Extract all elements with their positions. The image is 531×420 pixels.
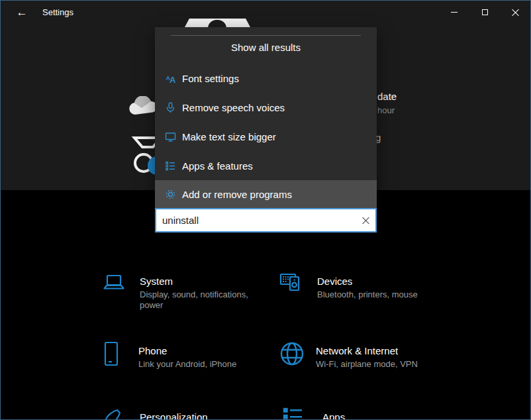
- search-box: [155, 208, 377, 233]
- back-button[interactable]: ←: [7, 1, 36, 25]
- show-all-results-link[interactable]: Show all results: [155, 42, 377, 53]
- tile-devices[interactable]: Devices Bluetooth, printers, mouse: [279, 269, 443, 300]
- tile-title: Personalization: [140, 411, 208, 420]
- background-text-fragment: date: [377, 91, 397, 102]
- tile-title: Phone: [138, 344, 258, 358]
- titlebar: ← Settings: [1, 1, 530, 25]
- suggestion-label: Add or remove programs: [182, 189, 292, 200]
- background-text-fragment: hour: [377, 105, 395, 115]
- tile-apps[interactable]: Apps: [281, 406, 345, 420]
- display-icon: [165, 131, 176, 142]
- back-arrow-icon: ←: [17, 6, 28, 19]
- suggestion-label: Make text size bigger: [182, 131, 276, 142]
- suggestion-font-settings[interactable]: AA Font settings: [155, 64, 377, 93]
- tile-subtitle: Wi-Fi, airplane mode, VPN: [316, 359, 442, 370]
- gear-icon: [165, 189, 176, 200]
- settings-window: { "window": { "title": "Settings" }, "dr…: [0, 0, 531, 420]
- minimize-button[interactable]: [439, 1, 469, 24]
- tile-title: Network & Internet: [316, 344, 442, 358]
- phone-icon: [101, 341, 121, 368]
- tile-network-internet[interactable]: Network & Internet Wi-Fi, airplane mode,…: [279, 341, 442, 370]
- tile-title: Devices: [317, 275, 443, 288]
- tile-phone[interactable]: Phone Link your Android, iPhone: [101, 341, 258, 370]
- maximize-button[interactable]: [469, 1, 500, 24]
- apps-list-icon: [165, 160, 176, 172]
- suggestion-apps-and-features[interactable]: Apps & features: [155, 151, 377, 180]
- laptop-icon: [101, 271, 126, 296]
- microphone-icon: [165, 102, 176, 113]
- tile-personalization[interactable]: Personalization: [99, 406, 208, 420]
- suggestion-label: Font settings: [182, 73, 239, 84]
- suggestion-add-or-remove-programs[interactable]: Add or remove programs: [155, 180, 377, 208]
- personalization-icon: [99, 406, 124, 420]
- window-title: Settings: [42, 7, 73, 17]
- tile-subtitle: Display, sound, notifications, power: [140, 289, 251, 311]
- font-icon: AA: [165, 73, 176, 84]
- tile-subtitle: Bluetooth, printers, mouse: [317, 289, 443, 300]
- suggestion-label: Remove speech voices: [182, 102, 285, 113]
- tile-title: Apps: [322, 411, 345, 420]
- close-icon: [512, 9, 519, 16]
- search-input[interactable]: [156, 215, 356, 226]
- globe-icon: [279, 341, 305, 367]
- suggestion-label: Apps & features: [182, 160, 253, 172]
- apps-icon: [281, 406, 307, 420]
- close-button[interactable]: [500, 1, 530, 24]
- minimize-icon: [451, 12, 458, 13]
- search-suggestions-dropdown: Show all results AA Font settings Remove…: [155, 27, 377, 208]
- close-icon: [362, 217, 369, 224]
- devices-icon: [279, 269, 307, 297]
- maximize-icon: [482, 9, 488, 15]
- suggestion-remove-speech-voices[interactable]: Remove speech voices: [155, 93, 377, 122]
- tile-system[interactable]: System Display, sound, notifications, po…: [101, 271, 251, 311]
- dropdown-divider: [171, 35, 361, 36]
- tile-title: System: [140, 275, 251, 288]
- tile-subtitle: Link your Android, iPhone: [138, 359, 258, 370]
- suggestion-make-text-size-bigger[interactable]: Make text size bigger: [155, 122, 377, 151]
- clear-search-button[interactable]: [356, 209, 375, 231]
